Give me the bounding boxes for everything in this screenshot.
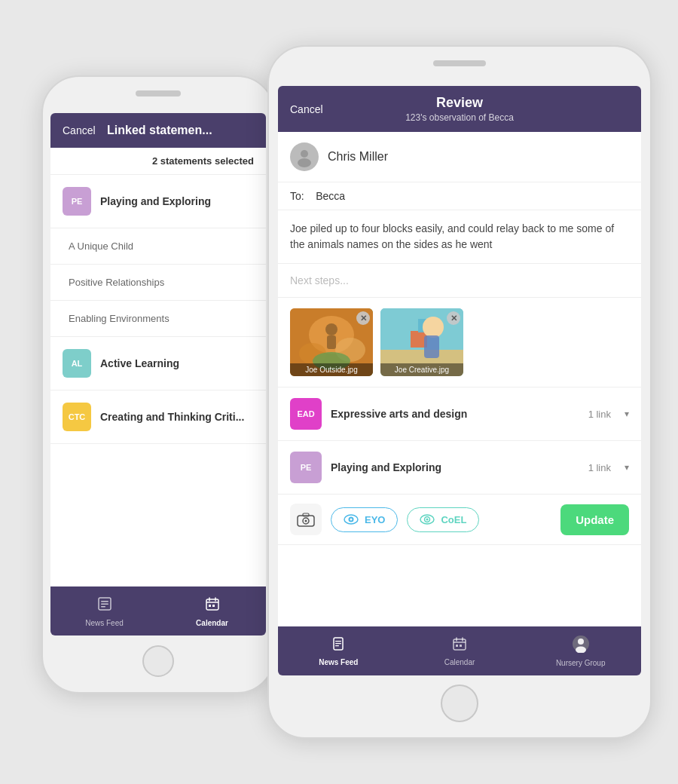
to-value: Becca xyxy=(316,190,345,202)
p1-subheader: 2 statements selected xyxy=(50,148,266,175)
svg-rect-39 xyxy=(454,639,466,650)
svg-rect-3 xyxy=(101,606,105,608)
item-label: Enabling Environments xyxy=(69,313,170,324)
newsfeed-tab-label: News Feed xyxy=(85,619,124,627)
photo-close-2[interactable]: ✕ xyxy=(447,311,460,325)
svg-point-23 xyxy=(423,317,444,338)
svg-point-46 xyxy=(578,639,584,645)
p2-body: Chris Miller To: Becca Joe piled up to f… xyxy=(278,132,641,631)
ead-title: Expressive arts and design xyxy=(331,408,579,420)
phone1-screen: Cancel Linked statemen... 2 statements s… xyxy=(50,113,266,635)
p1-title: Linked statemen... xyxy=(107,124,212,137)
list-item[interactable]: PE Playing and Exploring xyxy=(50,175,266,228)
photo-1[interactable]: ✕ Joe Outside.jpg xyxy=(290,308,373,376)
svg-point-31 xyxy=(350,519,353,521)
item-label: Active Learning xyxy=(100,357,179,369)
list-item[interactable]: A Unique Child xyxy=(50,228,266,265)
svg-rect-9 xyxy=(212,605,215,607)
ead-count: 1 link xyxy=(588,409,611,420)
badge-al: AL xyxy=(63,349,91,378)
phone-speaker-right xyxy=(433,60,486,66)
phone-left: Cancel Linked statemen... 2 statements s… xyxy=(41,75,275,694)
nursery-tab-label-p2: Nursery Group xyxy=(556,659,606,667)
photo-label-1: Joe Outside.jpg xyxy=(290,363,373,376)
calendar-tab-label-p2: Calendar xyxy=(444,658,475,666)
coel-label: CoEL xyxy=(441,514,466,525)
item-label: Positive Relationships xyxy=(69,277,164,288)
list-item[interactable]: Positive Relationships xyxy=(50,265,266,301)
svg-rect-38 xyxy=(335,645,339,646)
p2-pe-row[interactable]: PE Playing and Exploring 1 link ▾ xyxy=(278,441,641,495)
p2-photos: ✕ Joe Outside.jpg xyxy=(278,298,641,387)
p2-bottom-nav: News Feed Calendar xyxy=(278,626,641,675)
home-button-right[interactable] xyxy=(441,684,478,722)
phone-right: Cancel Review 123's observation of Becca… xyxy=(267,45,652,739)
user-name: Chris Miller xyxy=(328,150,388,164)
svg-point-17 xyxy=(325,323,337,335)
svg-rect-43 xyxy=(456,645,458,647)
tab-newsfeed-p2[interactable]: News Feed xyxy=(278,635,399,666)
p1-bottom-nav: News Feed Calendar xyxy=(50,586,266,635)
badge-ctc: CTC xyxy=(63,403,91,431)
p2-header: Cancel Review 123's observation of Becca xyxy=(278,86,641,132)
photo-close-1[interactable]: ✕ xyxy=(356,311,370,325)
newsfeed-icon xyxy=(96,596,113,616)
svg-point-28 xyxy=(305,520,307,522)
newsfeed-tab-label-p2: News Feed xyxy=(319,658,358,666)
svg-rect-44 xyxy=(460,645,462,647)
photo-2[interactable]: ✕ Joe Creative.jpg xyxy=(380,308,463,376)
home-button-left[interactable] xyxy=(142,645,174,677)
avatar xyxy=(290,142,319,171)
p2-to-row: To: Becca xyxy=(278,182,641,210)
p2-ead-row[interactable]: EAD Expressive arts and design 1 link ▾ xyxy=(278,387,641,441)
chevron-down-icon: ▾ xyxy=(625,462,629,473)
tab-newsfeed[interactable]: News Feed xyxy=(50,596,158,627)
svg-point-11 xyxy=(298,158,311,167)
tab-calendar[interactable]: Calendar xyxy=(158,596,266,627)
p1-list: PE Playing and Exploring A Unique Child … xyxy=(50,175,266,444)
item-label: Playing and Exploring xyxy=(100,195,211,207)
svg-rect-37 xyxy=(335,643,341,644)
to-label: To: xyxy=(290,190,304,202)
update-button[interactable]: Update xyxy=(560,504,629,535)
calendar-icon-p2 xyxy=(451,635,468,655)
p1-header: Cancel Linked statemen... xyxy=(50,113,266,148)
p2-title: Review xyxy=(290,95,629,111)
p2-subtitle: 123's observation of Becca xyxy=(290,112,629,123)
eyo-label: EYO xyxy=(365,514,385,525)
svg-rect-4 xyxy=(206,599,218,610)
svg-rect-8 xyxy=(209,605,211,607)
svg-rect-27 xyxy=(303,513,309,516)
p2-next-steps[interactable]: Next steps... xyxy=(278,264,641,298)
camera-button[interactable] xyxy=(290,504,322,535)
phone-speaker-left xyxy=(136,90,181,96)
phone2-screen: Cancel Review 123's observation of Becca… xyxy=(278,86,641,675)
svg-rect-2 xyxy=(101,603,108,605)
nursery-icon-p2 xyxy=(572,635,590,656)
p2-observation[interactable]: Joe piled up to four blocks easily, and … xyxy=(278,210,641,264)
eyo-button[interactable]: EYO xyxy=(331,507,398,532)
svg-rect-18 xyxy=(327,335,336,349)
badge-pe: PE xyxy=(63,187,91,216)
p2-user-row: Chris Miller xyxy=(278,132,641,182)
svg-rect-24 xyxy=(424,335,439,358)
pe-title: Playing and Exploring xyxy=(331,461,579,473)
calendar-tab-label: Calendar xyxy=(196,619,228,627)
chevron-down-icon: ▾ xyxy=(625,409,629,419)
item-label: A Unique Child xyxy=(69,240,133,252)
p2-cancel-button[interactable]: Cancel xyxy=(290,103,323,115)
newsfeed-icon-p2 xyxy=(330,635,347,655)
list-item[interactable]: AL Active Learning xyxy=(50,337,266,390)
badge-pe2: PE xyxy=(290,452,322,483)
coel-button[interactable]: CoEL xyxy=(407,507,479,532)
badge-ead: EAD xyxy=(290,398,322,430)
tab-nursery-p2[interactable]: Nursery Group xyxy=(520,635,641,667)
svg-rect-36 xyxy=(335,641,341,642)
item-label: Creating and Thinking Criti... xyxy=(100,411,244,423)
list-item[interactable]: CTC Creating and Thinking Criti... xyxy=(50,390,266,444)
svg-rect-1 xyxy=(101,601,108,602)
tab-calendar-p2[interactable]: Calendar xyxy=(399,635,521,666)
list-item[interactable]: Enabling Environments xyxy=(50,301,266,337)
p1-cancel-button[interactable]: Cancel xyxy=(63,124,96,136)
photo-label-2: Joe Creative.jpg xyxy=(380,363,463,376)
